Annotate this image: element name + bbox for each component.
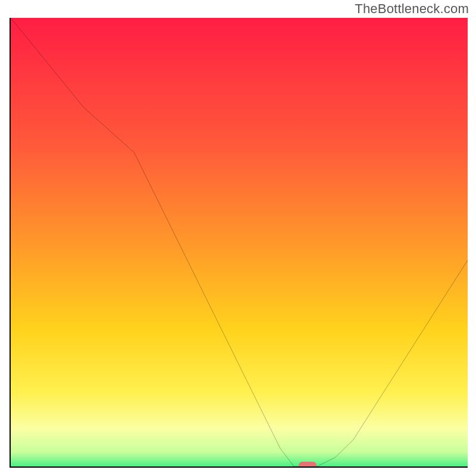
watermark-text: TheBottleneck.com — [355, 1, 469, 17]
bottleneck-curve — [11, 18, 468, 466]
optimal-marker — [299, 462, 317, 468]
plot-area — [10, 18, 468, 468]
